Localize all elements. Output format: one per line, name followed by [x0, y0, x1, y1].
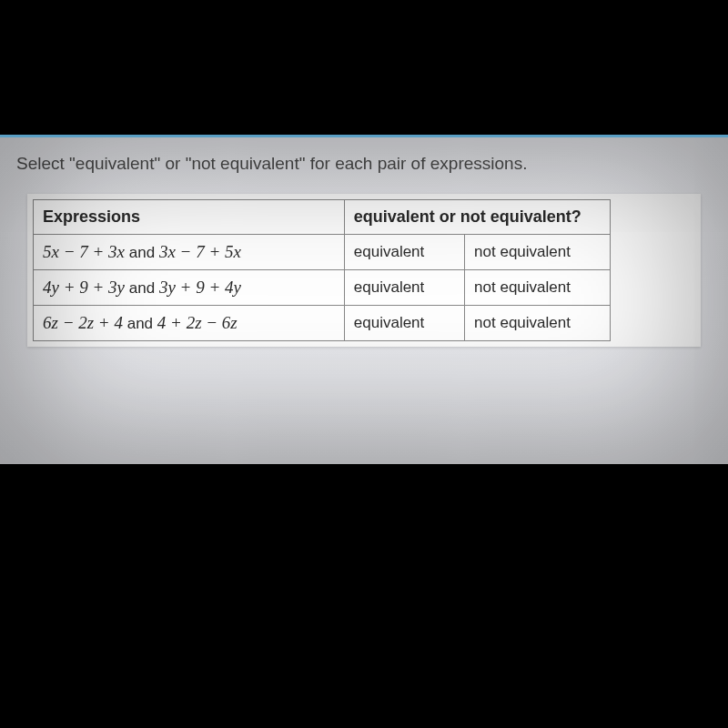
table-row: 4y + 9 + 3y and 3y + 9 + 4y equivalent n…	[34, 270, 611, 306]
choice-equivalent[interactable]: equivalent	[344, 306, 464, 341]
choice-equivalent[interactable]: equivalent	[344, 270, 464, 306]
expression-b: 3y + 9 + 4y	[159, 278, 241, 297]
choice-not-equivalent[interactable]: not equivalent	[465, 270, 611, 306]
choice-equivalent[interactable]: equivalent	[344, 235, 464, 270]
expression-a: 5x − 7 + 3x	[43, 242, 125, 261]
joiner: and	[127, 315, 153, 332]
expressions-table: Expressions equivalent or not equivalent…	[33, 199, 611, 341]
table-row: 6z − 2z + 4 and 4 + 2z − 6z equivalent n…	[34, 306, 611, 341]
header-equivalent: equivalent or not equivalent?	[344, 200, 610, 235]
expression-b: 4 + 2z − 6z	[157, 313, 238, 332]
joiner: and	[129, 279, 155, 297]
choice-not-equivalent[interactable]: not equivalent	[465, 306, 611, 341]
expression-cell: 4y + 9 + 3y and 3y + 9 + 4y	[34, 270, 345, 306]
table-header-row: Expressions equivalent or not equivalent…	[34, 200, 611, 235]
expression-a: 4y + 9 + 3y	[43, 278, 125, 297]
expression-cell: 5x − 7 + 3x and 3x − 7 + 5x	[34, 235, 345, 270]
expression-cell: 6z − 2z + 4 and 4 + 2z − 6z	[34, 306, 345, 341]
worksheet-page: Select "equivalent" or "not equivalent" …	[0, 135, 728, 464]
choice-not-equivalent[interactable]: not equivalent	[465, 235, 611, 270]
expression-b: 3x − 7 + 5x	[159, 242, 241, 261]
table-container: Expressions equivalent or not equivalent…	[27, 194, 701, 347]
instruction-text: Select "equivalent" or "not equivalent" …	[0, 137, 728, 194]
expression-a: 6z − 2z + 4	[43, 313, 123, 332]
joiner: and	[129, 244, 155, 261]
table-row: 5x − 7 + 3x and 3x − 7 + 5x equivalent n…	[34, 235, 611, 270]
header-expressions: Expressions	[34, 200, 345, 235]
